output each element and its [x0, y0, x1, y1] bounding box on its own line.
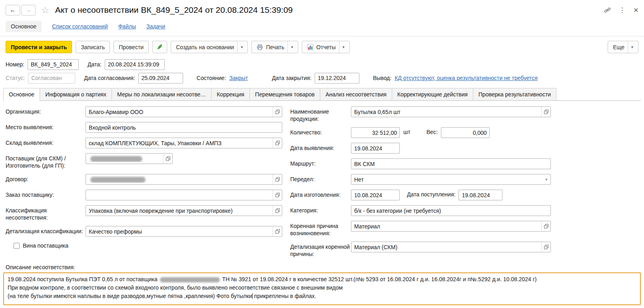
choose-button[interactable] [273, 174, 282, 184]
section-files[interactable]: Файлы [118, 23, 136, 30]
tab-goods-movement[interactable]: Перемещения товаров [249, 88, 320, 100]
choose-button[interactable] [541, 242, 550, 252]
date-field[interactable]: 20.08.2024 15:39:09 [105, 59, 165, 70]
history-nav: ← → [6, 5, 36, 16]
description-line: (на теле бутылки имеются наплывы в виде … [8, 292, 636, 300]
write-button[interactable]: Записать [76, 41, 110, 53]
choose-icon [275, 141, 280, 145]
supplier-field[interactable] [86, 153, 173, 164]
choose-button[interactable] [541, 107, 550, 117]
post-button[interactable]: Провести [114, 41, 149, 53]
more-button[interactable]: Еще ▾ [608, 41, 638, 53]
tab-main[interactable]: Основное [3, 88, 40, 101]
purchase-order-label: Заказ поставщику: [6, 190, 86, 198]
status-row: Статус: Согласован Дата согласования: 25… [0, 71, 644, 85]
place-label: Место выявления: [6, 122, 86, 131]
dropdown-arrow-icon: ▾ [287, 41, 293, 53]
manufacture-date-field[interactable]: 10.08.2024 [351, 190, 400, 200]
agreed-date-field[interactable]: 25.09.2024 [138, 73, 183, 84]
classification-label: Классификация несоответствия: [6, 205, 86, 221]
classification-detail-label: Детализация классификации: [6, 226, 86, 235]
state-label: Состояние: [197, 75, 226, 81]
get-link-icon[interactable] [604, 7, 611, 14]
contract-field[interactable] [86, 174, 282, 185]
section-main[interactable]: Основное [6, 21, 42, 32]
root-cause-detail-field[interactable]: Материал (СКМ) [351, 242, 551, 252]
category-field[interactable]: б/к - без категории (не требуется) [351, 205, 551, 216]
forward-button[interactable]: → [21, 5, 36, 16]
supplier-fault-label: Вина поставщика [23, 242, 68, 249]
combo-arrow-icon[interactable]: ▾ [542, 174, 550, 184]
product-field[interactable]: Бутылка 0,65л шт [351, 106, 551, 117]
kebab-menu-icon[interactable]: ⋮ [619, 6, 626, 14]
state-link[interactable]: Закрыт [229, 75, 248, 81]
choose-button[interactable] [273, 138, 282, 148]
supplier-label: Поставщик (для СКМ) / Изготовитель (для … [6, 153, 86, 169]
tab-localization-measures[interactable]: Меры по локализации несоотве… [112, 88, 211, 100]
create-on-basis-label: Создать на основании [176, 44, 234, 50]
section-approvals[interactable]: Список согласований [52, 23, 108, 30]
conclusion-link[interactable]: КД отсутствуют, оценка результативности … [395, 75, 538, 81]
organization-field[interactable]: Благо-Армавир ООО [86, 106, 282, 117]
main-form: Организация: Благо-Армавир ООО Место выя… [0, 101, 644, 262]
tab-corrective-actions[interactable]: Корректирующие действия [392, 88, 473, 100]
back-button[interactable]: ← [6, 5, 20, 16]
reports-button[interactable]: Отчеты ▾ [302, 41, 349, 53]
choose-icon [544, 245, 548, 249]
root-cause-detail-label: Детализация коренной причины: [290, 242, 351, 258]
tab-correction[interactable]: Коррекция [211, 88, 250, 100]
product-label: Наименование продукции: [290, 106, 351, 122]
stage-combobox[interactable]: Нет ▾ [351, 174, 551, 185]
closed-date-field[interactable]: 19.12.2024 [315, 73, 359, 84]
close-icon[interactable]: × [634, 5, 638, 15]
quantity-field[interactable]: 32 512,00 [351, 127, 400, 138]
choose-icon [275, 208, 280, 213]
weight-field[interactable]: 0,000 [441, 127, 490, 138]
supplier-fault-checkbox[interactable] [14, 243, 20, 249]
root-cause-field[interactable]: Материал [351, 221, 551, 232]
detect-date-field[interactable]: 19.08.2024 [351, 143, 400, 154]
choose-button[interactable] [163, 154, 172, 164]
root-cause-label: Коренная причина возникновения: [290, 221, 351, 237]
choose-button[interactable] [273, 206, 282, 216]
tab-effectiveness-check[interactable]: Проверка результативности [473, 88, 556, 100]
create-on-basis-button[interactable]: Создать на основании ▾ [171, 41, 248, 53]
stage-label: Передел: [290, 174, 351, 183]
choose-button[interactable] [273, 107, 282, 117]
choose-icon [275, 193, 280, 197]
quantity-unit: шт [403, 127, 411, 135]
dropdown-arrow-icon: ▾ [628, 41, 633, 53]
classification-detail-field[interactable]: Качество преформы [86, 226, 282, 237]
category-label: Категория: [290, 205, 351, 214]
warehouse-field[interactable]: склад КОМПЛЕКТУЮЩИХ, Тары, Упаковки / АМ… [86, 138, 282, 148]
purchase-order-field[interactable] [86, 190, 282, 200]
feather-icon-button[interactable] [152, 41, 167, 53]
quantity-label: Количество: [290, 127, 351, 136]
printer-icon [257, 44, 263, 50]
classification-field[interactable]: Упаковка (включая повреждение при трансп… [86, 205, 282, 216]
section-tasks[interactable]: Задачи [146, 23, 165, 30]
detect-date-label: Дата выявления: [290, 143, 351, 152]
choose-button[interactable] [541, 221, 550, 231]
print-button[interactable]: Печать ▾ [251, 41, 298, 53]
favorite-star-icon[interactable]: ☆ [41, 5, 50, 16]
choose-icon [275, 110, 280, 114]
description-textarea[interactable]: 19.08.2024 поступила Бутылка ПЭТ 0,65 л … [3, 272, 641, 305]
choose-button[interactable] [273, 190, 282, 200]
tab-batch-info[interactable]: Информация о партиях [40, 88, 112, 100]
manufacture-date-label: Дата изготовления: [290, 190, 351, 198]
conclusion-label: Вывод: [373, 75, 391, 81]
feather-icon [156, 44, 163, 50]
warehouse-label: Склад выявления: [6, 138, 86, 146]
choose-button[interactable] [273, 226, 282, 236]
status-field: Согласован [28, 73, 75, 84]
titlebar-actions: ⋮ × [604, 5, 638, 15]
titlebar: ← → ☆ Акт о несоответствии ВК_849_5_2024… [0, 0, 644, 20]
dropdown-arrow-icon: ▾ [237, 41, 243, 53]
number-field[interactable]: ВК_849_5_2024 [28, 59, 79, 70]
tab-nonconformity-analysis[interactable]: Анализ несоответствия [320, 88, 392, 100]
place-field[interactable]: Входной контроль [86, 122, 282, 133]
route-field[interactable]: ВК СКМ [351, 158, 551, 169]
arrival-date-field[interactable]: 19.08.2024 [459, 190, 502, 200]
post-and-close-button[interactable]: Провести и закрыть [6, 41, 72, 53]
